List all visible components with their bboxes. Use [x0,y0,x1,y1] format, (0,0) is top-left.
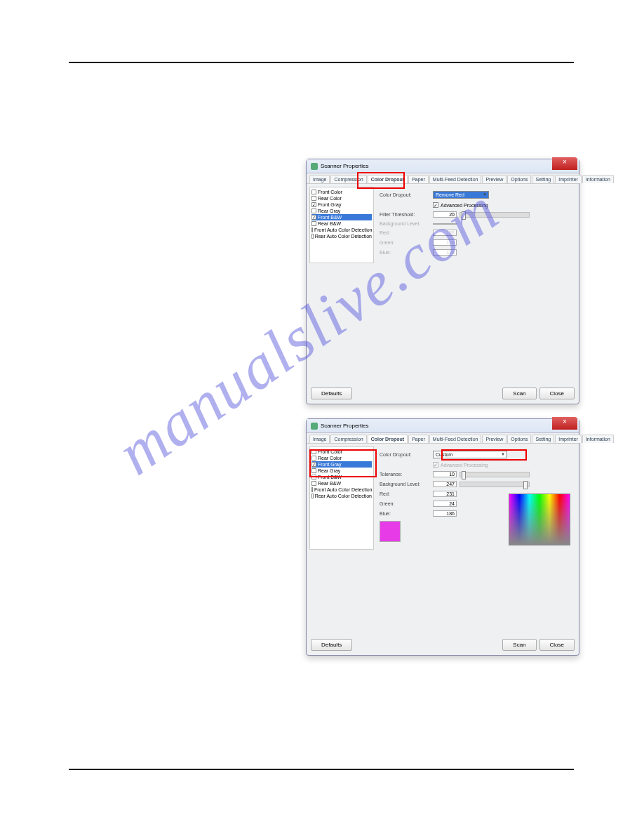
green-input: 128 [433,239,457,246]
tab-setting[interactable]: Setting [532,435,554,443]
close-button[interactable]: Close [539,388,575,399]
tab-row: Image Compression Color Dropout Paper Mu… [307,173,579,184]
tab-imprinter[interactable]: Imprinter [555,175,582,183]
close-icon[interactable]: × [552,157,577,170]
dropout-panel: Color Dropout: Custom Advanced Processin… [374,446,576,550]
defaults-button[interactable]: Defaults [311,639,352,651]
scanner-properties-dialog-2: Scanner Properties × Image Compression C… [306,418,579,656]
advanced-processing-label: Advanced Processing [441,203,488,208]
close-icon[interactable]: × [552,417,577,430]
background-level-label: Background Level: [380,482,433,486]
advanced-processing-checkbox [433,462,438,468]
tab-preview[interactable]: Preview [482,175,507,183]
blue-label: Blue: [380,250,433,255]
tab-paper[interactable]: Paper [408,175,429,183]
tab-imprinter[interactable]: Imprinter [555,435,582,443]
page-rule [69,62,574,63]
tab-options[interactable]: Options [507,175,531,183]
dropout-panel: Color Dropout: Remove Red Advanced Proce… [374,187,576,263]
green-label: Green: [380,501,433,506]
bg-level-input [433,223,457,225]
filter-threshold-label: Filter Threshold: [380,212,433,217]
close-button[interactable]: Close [539,639,575,651]
list-item[interactable]: Front Auto Color Detection [311,227,372,233]
tolerance-label: Tolerance: [380,472,433,477]
highlight-box [309,449,377,477]
list-item[interactable]: Front B&W [311,214,372,220]
filter-threshold-slider[interactable] [459,212,530,218]
color-preview [380,521,401,542]
color-dropout-label: Color Dropout: [380,192,433,197]
tab-image[interactable]: Image [309,175,330,183]
list-item[interactable]: Rear B&W [311,220,372,227]
scan-button[interactable]: Scan [502,639,536,651]
app-icon [311,163,318,170]
window-title: Scanner Properties [321,163,368,169]
scan-button[interactable]: Scan [502,388,536,399]
blue-label: Blue: [380,511,433,516]
advanced-processing-label: Advanced Processing [441,463,488,468]
image-type-list: Front Color Rear Color Front Gray Rear G… [309,187,374,263]
green-label: Green: [380,240,433,245]
app-icon [311,423,318,430]
color-dropout-label: Color Dropout: [380,452,433,457]
tab-multifeed[interactable]: Multi-Feed Detection [429,435,482,443]
red-input: 128 [433,230,457,236]
window-title: Scanner Properties [321,423,368,429]
tab-color-dropout[interactable]: Color Dropout [368,435,408,443]
tab-information[interactable]: Information [582,435,614,443]
tab-paper[interactable]: Paper [408,435,429,443]
titlebar: Scanner Properties × [307,159,579,173]
blue-input: 128 [433,249,457,256]
bg-level-input[interactable]: 247 [433,481,457,487]
red-label: Red: [380,230,433,235]
list-item[interactable]: Front Auto Color Detection [311,486,372,493]
list-item[interactable]: Rear B&W [311,480,372,486]
list-item[interactable]: Rear Gray [311,208,372,214]
list-item[interactable]: Rear Auto Color Detection [311,233,372,239]
titlebar: Scanner Properties × [307,419,579,433]
list-item[interactable]: Rear Auto Color Detection [311,493,372,499]
tab-image[interactable]: Image [309,435,330,443]
green-input[interactable]: 24 [433,501,457,507]
list-item[interactable]: Front Gray [311,201,372,208]
highlight-box [441,449,527,461]
list-item[interactable]: Front Color [311,189,372,195]
tab-setting[interactable]: Setting [532,175,554,183]
scanner-properties-dialog-1: Scanner Properties × Image Compression C… [306,159,579,404]
page-rule [69,769,574,770]
tab-preview[interactable]: Preview [482,435,507,443]
red-input[interactable]: 231 [433,491,457,497]
color-picker[interactable] [509,494,570,545]
bg-level-slider[interactable] [459,482,530,487]
color-dropout-select[interactable]: Remove Red [433,191,489,199]
tolerance-input[interactable]: 10 [433,471,457,477]
tab-information[interactable]: Information [582,175,614,183]
tolerance-slider[interactable] [459,472,530,477]
filter-threshold-input[interactable]: 20 [433,211,457,218]
highlight-box [357,172,405,189]
background-level-label: Background Level: [380,221,433,226]
blue-input[interactable]: 186 [433,510,457,517]
tab-compression[interactable]: Compression [330,435,366,443]
advanced-processing-checkbox[interactable] [433,202,438,208]
list-item[interactable]: Rear Color [311,195,372,201]
tab-options[interactable]: Options [507,435,531,443]
red-label: Red: [380,491,433,496]
tab-row: Image Compression Color Dropout Paper Mu… [307,433,579,444]
tab-multifeed[interactable]: Multi-Feed Detection [429,175,482,183]
defaults-button[interactable]: Defaults [311,388,352,399]
